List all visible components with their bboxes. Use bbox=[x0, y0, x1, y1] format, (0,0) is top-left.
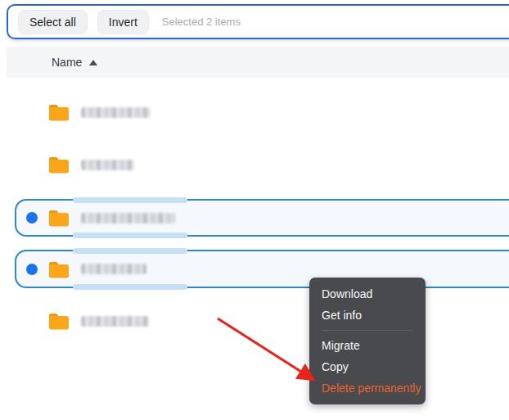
folder-icon bbox=[48, 209, 70, 227]
highlight-stripe bbox=[73, 284, 187, 290]
menu-divider bbox=[322, 330, 413, 331]
column-header-name[interactable]: Name bbox=[52, 56, 97, 69]
column-header-name-label: Name bbox=[52, 56, 82, 69]
table-row-selected[interactable] bbox=[15, 199, 509, 237]
highlight-stripe bbox=[73, 197, 187, 203]
selection-toolbar: Select all Invert Selected 2 items bbox=[7, 4, 509, 39]
file-manager-page: { "toolbar": { "select_all_label": "Sele… bbox=[0, 0, 509, 420]
menu-item-migrate[interactable]: Migrate bbox=[309, 335, 426, 356]
highlight-stripe bbox=[73, 248, 187, 254]
folder-icon bbox=[48, 156, 70, 174]
table-row[interactable] bbox=[15, 302, 509, 340]
selected-indicator-dot bbox=[26, 212, 38, 224]
table-row[interactable] bbox=[15, 93, 509, 131]
menu-item-delete-permanently[interactable]: Delete permanently bbox=[309, 377, 426, 399]
selected-indicator-dot bbox=[26, 264, 38, 275]
menu-item-download[interactable]: Download bbox=[309, 283, 426, 305]
menu-item-copy[interactable]: Copy bbox=[309, 356, 426, 377]
folder-icon bbox=[48, 260, 70, 278]
select-all-button[interactable]: Select all bbox=[18, 10, 88, 34]
menu-item-get-info[interactable]: Get info bbox=[309, 305, 426, 326]
folder-name-redacted bbox=[81, 316, 149, 327]
selection-status-text: Selected 2 items bbox=[162, 16, 241, 28]
invert-selection-button[interactable]: Invert bbox=[97, 10, 149, 34]
folder-icon bbox=[48, 312, 70, 330]
folder-name-redacted bbox=[81, 213, 175, 224]
table-row-selected[interactable] bbox=[15, 250, 509, 288]
folder-name-redacted bbox=[81, 264, 146, 274]
sort-ascending-icon bbox=[89, 60, 97, 65]
highlight-stripe bbox=[73, 233, 187, 238]
folder-icon bbox=[48, 103, 70, 121]
table-header: Name bbox=[7, 47, 509, 78]
folder-name-redacted bbox=[81, 160, 134, 170]
table-row[interactable] bbox=[15, 146, 509, 183]
context-menu: Download Get info Migrate Copy Delete pe… bbox=[309, 278, 426, 404]
folder-name-redacted bbox=[81, 107, 151, 118]
